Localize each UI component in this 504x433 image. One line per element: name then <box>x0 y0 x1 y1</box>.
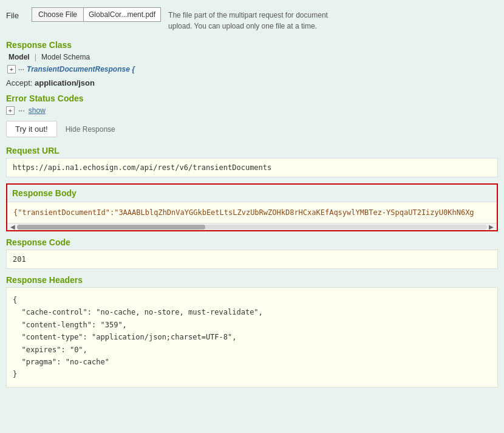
error-dots: ··· <box>18 106 25 115</box>
error-expand-icon[interactable]: + <box>6 106 15 115</box>
transient-document-response-link[interactable]: TransientDocumentResponse { <box>27 65 135 73</box>
choose-file-button[interactable]: Choose File <box>32 7 84 22</box>
file-label: File <box>6 7 24 20</box>
accept-value: application/json <box>35 78 95 87</box>
scrollbar-track[interactable] <box>17 225 487 230</box>
tab-separator: | <box>35 52 36 61</box>
response-class-title: Response Class <box>6 40 498 50</box>
response-class-expand: + ··· TransientDocumentResponse { <box>7 65 498 73</box>
model-schema-tab[interactable]: Model Schema <box>39 53 92 61</box>
expand-dots: ··· <box>18 65 24 73</box>
response-headers-section: Response Headers { "cache-control": "no-… <box>6 275 498 387</box>
file-description: The file part of the multipart request f… <box>168 7 350 32</box>
file-input-group: Choose File GlobalCor...ment.pdf <box>32 7 161 22</box>
accept-label: Accept: <box>6 78 32 87</box>
response-body-content: {"transientDocumentId":"3AAABLblqZhDnVaY… <box>7 202 497 223</box>
scrollbar-thumb[interactable] <box>17 225 205 230</box>
scroll-left-arrow[interactable]: ◀ <box>9 223 17 230</box>
request-url-section: Request URL https://api.na1.echosign.com… <box>6 146 498 177</box>
error-status-section: Error Status Codes + ··· show <box>6 94 498 115</box>
try-row: Try it out! Hide Response <box>6 121 498 137</box>
response-class-block: + ··· TransientDocumentResponse { <box>6 65 498 73</box>
page-wrapper: File Choose File GlobalCor...ment.pdf Th… <box>0 0 504 433</box>
scroll-right-arrow[interactable]: ▶ <box>487 223 495 230</box>
error-expand-row: + ··· show <box>6 106 498 115</box>
response-headers-content: { "cache-control": "no-cache, no-store, … <box>13 294 491 381</box>
model-tabs: Model | Model Schema <box>6 52 498 61</box>
file-row: File Choose File GlobalCor...ment.pdf Th… <box>6 5 498 32</box>
response-code-title: Response Code <box>6 237 498 247</box>
show-link[interactable]: show <box>29 106 46 115</box>
request-url-box: https://api.na1.echosign.com/api/rest/v6… <box>6 158 498 177</box>
accept-line: Accept: application/json <box>6 78 498 87</box>
scrollbar[interactable]: ◀ ▶ <box>7 223 497 230</box>
model-tab[interactable]: Model <box>6 53 32 61</box>
hide-response-link[interactable]: Hide Response <box>66 125 115 134</box>
response-headers-title: Response Headers <box>6 275 498 285</box>
expand-icon[interactable]: + <box>7 65 16 73</box>
response-code-box: 201 <box>6 250 498 269</box>
response-body-title: Response Body <box>7 185 497 202</box>
try-it-out-button[interactable]: Try it out! <box>6 121 57 137</box>
response-body-section: Response Body {"transientDocumentId":"3A… <box>6 183 498 231</box>
error-status-title: Error Status Codes <box>6 94 498 103</box>
response-headers-box: { "cache-control": "no-cache, no-store, … <box>6 287 498 387</box>
response-code-section: Response Code 201 <box>6 237 498 269</box>
file-name-display: GlobalCor...ment.pdf <box>84 7 161 22</box>
request-url-title: Request URL <box>6 146 498 155</box>
